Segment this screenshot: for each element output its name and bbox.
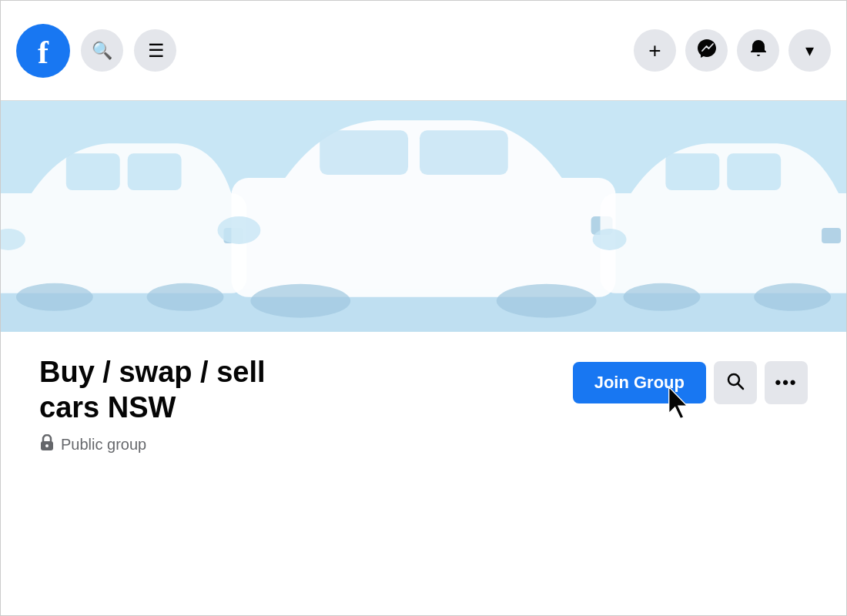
svg-rect-18 (727, 153, 781, 190)
facebook-logo[interactable]: f (16, 24, 70, 78)
svg-point-20 (754, 283, 831, 311)
chevron-down-icon: ▾ (805, 41, 814, 61)
more-icon: ••• (775, 373, 797, 393)
svg-rect-22 (822, 228, 841, 243)
messenger-icon (696, 38, 718, 64)
svg-rect-16 (601, 193, 846, 293)
svg-point-13 (497, 284, 597, 318)
messenger-button[interactable] (685, 29, 728, 72)
svg-point-21 (593, 229, 627, 250)
group-name: Buy / swap / sell cars NSW (39, 355, 573, 425)
cover-illustration (1, 101, 846, 332)
navbar-right: + ▾ (634, 29, 831, 72)
group-info-section: Buy / swap / sell cars NSW Public group … (1, 332, 846, 470)
account-menu-button[interactable]: ▾ (788, 29, 831, 72)
svg-point-5 (16, 283, 93, 311)
search-icon: 🔍 (92, 41, 112, 61)
more-options-button[interactable]: ••• (765, 361, 808, 404)
search-group-button[interactable] (714, 361, 757, 404)
group-actions: Join Group ••• (573, 361, 808, 404)
svg-point-14 (217, 216, 260, 244)
facebook-logo-letter: f (38, 36, 49, 69)
search-group-icon (725, 371, 745, 395)
svg-rect-9 (231, 178, 615, 297)
add-icon: + (648, 38, 661, 63)
svg-point-6 (147, 283, 224, 311)
menu-icon: ☰ (148, 40, 163, 62)
svg-line-26 (738, 383, 744, 389)
navbar-left: f 🔍 ☰ (16, 24, 176, 78)
svg-rect-2 (1, 193, 246, 293)
navbar: f 🔍 ☰ + (1, 1, 846, 101)
notifications-button[interactable] (737, 29, 779, 72)
svg-point-12 (250, 284, 350, 318)
join-group-button[interactable]: Join Group (573, 362, 706, 403)
svg-rect-3 (66, 153, 120, 190)
search-button[interactable]: 🔍 (81, 29, 123, 72)
svg-point-24 (45, 444, 49, 447)
cover-photo (1, 101, 846, 332)
lock-icon (39, 434, 55, 455)
svg-rect-10 (320, 130, 408, 175)
svg-rect-17 (665, 153, 719, 190)
bell-icon (748, 38, 768, 63)
menu-button[interactable]: ☰ (134, 29, 176, 72)
svg-rect-11 (420, 130, 508, 175)
svg-rect-4 (128, 153, 182, 190)
add-button[interactable]: + (634, 29, 676, 72)
join-group-container: Join Group (573, 362, 706, 403)
group-type-label: Public group (61, 436, 146, 454)
group-title-area: Buy / swap / sell cars NSW Public group (39, 355, 573, 455)
svg-point-19 (624, 283, 701, 311)
group-type: Public group (39, 434, 573, 455)
